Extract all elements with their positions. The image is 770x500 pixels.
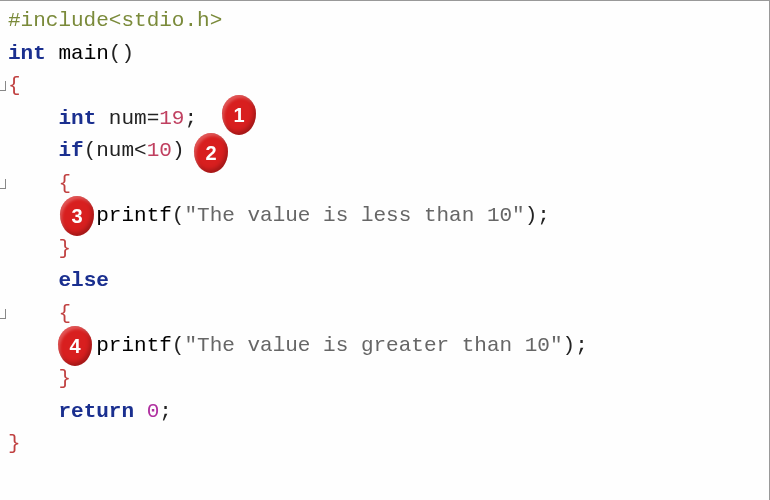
paren-token: ( bbox=[172, 334, 185, 357]
semi-token: ; bbox=[537, 204, 550, 227]
brace-token: { bbox=[8, 74, 21, 97]
func-token: printf bbox=[96, 204, 172, 227]
code-line: return 0; bbox=[8, 396, 769, 429]
semi-token: ; bbox=[159, 400, 172, 423]
number-token: 10 bbox=[147, 139, 172, 162]
op-token: = bbox=[147, 107, 160, 130]
code-line: } bbox=[8, 363, 769, 396]
code-line: #include<stdio.h> bbox=[8, 5, 769, 38]
number-token: 0 bbox=[147, 400, 160, 423]
func-token: main bbox=[58, 42, 108, 65]
ident-token: num bbox=[96, 139, 134, 162]
fold-tick-icon bbox=[0, 81, 6, 91]
code-line: printf("The value is less than 10"); bbox=[8, 200, 769, 233]
code-line: { bbox=[8, 70, 769, 103]
paren-token: () bbox=[109, 42, 134, 65]
fold-tick-icon bbox=[0, 309, 6, 319]
op-token: < bbox=[134, 139, 147, 162]
code-line: else bbox=[8, 265, 769, 298]
brace-token: } bbox=[58, 367, 71, 390]
semi-token: ; bbox=[184, 107, 197, 130]
keyword-token: return bbox=[58, 400, 134, 423]
brace-token: { bbox=[58, 302, 71, 325]
brace-token: } bbox=[58, 237, 71, 260]
code-line: } bbox=[8, 428, 769, 461]
code-line: int main() bbox=[8, 38, 769, 71]
brace-token: { bbox=[58, 172, 71, 195]
ident-token: num bbox=[109, 107, 147, 130]
semi-token: ; bbox=[575, 334, 588, 357]
code-line: } bbox=[8, 233, 769, 266]
code-line: int num=19; bbox=[8, 103, 769, 136]
brace-token: } bbox=[8, 432, 21, 455]
paren-token: ( bbox=[84, 139, 97, 162]
paren-token: ) bbox=[525, 204, 538, 227]
number-token: 19 bbox=[159, 107, 184, 130]
code-line: { bbox=[8, 298, 769, 331]
code-line: { bbox=[8, 168, 769, 201]
keyword-token: int bbox=[58, 107, 96, 130]
paren-token: ( bbox=[172, 204, 185, 227]
paren-token: ) bbox=[563, 334, 576, 357]
func-token: printf bbox=[96, 334, 172, 357]
code-line: printf("The value is greater than 10"); bbox=[8, 330, 769, 363]
header-token: <stdio.h> bbox=[109, 9, 222, 32]
keyword-token: int bbox=[8, 42, 46, 65]
keyword-token: if bbox=[58, 139, 83, 162]
preproc-token: #include bbox=[8, 9, 109, 32]
paren-token: ) bbox=[172, 139, 185, 162]
code-editor[interactable]: #include<stdio.h> int main() { int num=1… bbox=[0, 1, 769, 465]
keyword-token: else bbox=[58, 269, 108, 292]
string-token: "The value is less than 10" bbox=[184, 204, 524, 227]
string-token: "The value is greater than 10" bbox=[184, 334, 562, 357]
code-line: if(num<10) bbox=[8, 135, 769, 168]
fold-tick-icon bbox=[0, 179, 6, 189]
